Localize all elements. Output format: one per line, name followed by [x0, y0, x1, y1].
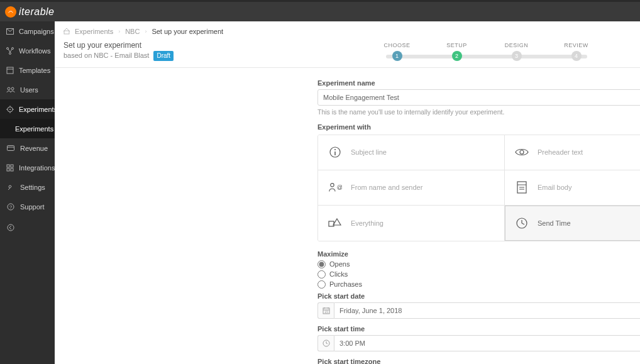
experiment-name-label: Experiment name [317, 79, 640, 87]
sidebar-item-experiments[interactable]: Experiments [0, 99, 55, 119]
brand-name: iterable [19, 6, 54, 18]
svg-point-7 [11, 87, 14, 90]
svg-rect-14 [8, 146, 14, 151]
clock-icon [515, 216, 529, 230]
cell-preheader[interactable]: Preheader text [505, 135, 640, 170]
nav-label: Revenue [20, 145, 48, 152]
start-time-label: Pick start time [317, 325, 640, 333]
grid-icon [6, 164, 14, 172]
calendar-icon[interactable]: 15 [317, 302, 334, 319]
cell-send-time[interactable]: Send Time [505, 206, 640, 241]
experiment-with-label: Experiment with [317, 123, 640, 131]
page-title: Set up your experiment [63, 40, 174, 51]
breadcrumb-experiments[interactable]: Experiments [75, 28, 113, 35]
status-badge: Draft [153, 51, 174, 61]
radio-purchases[interactable]: Purchases [317, 280, 640, 289]
svg-rect-23 [64, 31, 69, 34]
sidebar-item-collapse[interactable] [0, 218, 55, 237]
sidebar-item-templates[interactable]: Templates [0, 60, 55, 80]
nav-label: Integrations [19, 164, 55, 172]
sidebar-item-settings[interactable]: Settings [0, 177, 55, 197]
svg-point-3 [9, 52, 11, 54]
svg-rect-16 [7, 165, 9, 167]
help-icon: ? [6, 203, 15, 211]
experiment-name-input[interactable] [317, 89, 640, 106]
maximize-label: Maximize [317, 250, 640, 258]
sidebar-item-integrations[interactable]: Integrations [0, 158, 55, 177]
main-content: Experiments › NBC › Set up your experime… [55, 21, 640, 364]
users-icon [6, 87, 15, 93]
template-icon [6, 67, 14, 74]
nav-label: Experiments [19, 106, 57, 113]
svg-point-9 [9, 109, 11, 110]
cell-subject-line[interactable]: Subject line [318, 135, 505, 170]
svg-rect-37 [329, 221, 334, 226]
start-date-input[interactable] [334, 302, 640, 319]
cell-from-sender[interactable]: @ From name and sender [318, 170, 505, 206]
experiment-with-grid: Subject line Preheader text @ From name … [317, 135, 640, 241]
nav-label: Settings [20, 184, 45, 191]
svg-line-41 [522, 223, 524, 224]
svg-text:@: @ [337, 184, 342, 190]
info-icon [328, 145, 342, 159]
sidebar-item-users[interactable]: Users [0, 80, 55, 99]
envelope-icon [6, 28, 14, 35]
svg-line-49 [326, 343, 328, 344]
shapes-icon [328, 216, 342, 230]
nav-label: Users [20, 86, 38, 94]
svg-point-6 [8, 87, 10, 90]
topbar: iterable [0, 0, 640, 21]
svg-point-29 [334, 149, 336, 150]
logo-mark-icon [5, 6, 16, 18]
experiment-name-hint: This is the name you'll use to internall… [317, 108, 640, 116]
home-icon[interactable] [63, 28, 70, 35]
start-time-input[interactable] [334, 335, 640, 351]
flask-icon [6, 106, 14, 113]
page-campaign-name: NBC - Email Blast [94, 52, 149, 59]
nav-sub-label: Experiments [15, 125, 53, 133]
progress-stepper: CHOOSE 1 SETUP 2 DESIGN 3 REVIEW 4 [367, 42, 606, 61]
radio-clicks[interactable]: Clicks [317, 270, 640, 279]
cell-everything[interactable]: Everything [318, 206, 505, 241]
nav-label: Templates [19, 67, 50, 74]
svg-text:?: ? [9, 204, 13, 210]
document-icon [515, 180, 529, 194]
clock-addon-icon[interactable] [317, 335, 334, 351]
radio-opens[interactable]: Opens [317, 260, 640, 268]
brand-logo[interactable]: iterable [5, 6, 54, 18]
svg-rect-17 [11, 165, 13, 167]
page-title-block: Set up your experiment based on NBC - Em… [63, 40, 174, 61]
svg-rect-18 [7, 168, 9, 171]
nav-label: Support [20, 203, 45, 211]
chevron-right-icon: › [145, 28, 146, 35]
eye-icon [515, 145, 529, 159]
svg-marker-38 [333, 219, 341, 225]
breadcrumb-current: Set up your experiment [152, 28, 223, 35]
sidebar-item-revenue[interactable]: Revenue [0, 138, 55, 158]
sidebar-item-campaigns[interactable]: Campaigns [0, 21, 55, 41]
start-date-label: Pick start date [317, 292, 640, 300]
breadcrumb: Experiments › NBC › Set up your experime… [55, 21, 640, 38]
person-at-icon: @ [328, 180, 342, 194]
svg-text:15: 15 [324, 310, 328, 314]
sidebar: Campaigns Workflows Templates Users Expe… [0, 21, 55, 364]
stepper-track [386, 55, 587, 58]
svg-rect-19 [11, 168, 13, 171]
timezone-label: Pick start timezone [317, 358, 640, 364]
card-icon [6, 145, 15, 151]
nav-label: Workflows [19, 47, 51, 55]
chevron-right-icon: › [118, 28, 120, 35]
sidebar-sub-experiments[interactable]: Experiments [0, 119, 55, 138]
flow-icon [6, 47, 14, 55]
cell-email-body[interactable]: Email body [505, 170, 640, 206]
svg-point-30 [520, 150, 524, 154]
sidebar-item-support[interactable]: ? Support [0, 197, 55, 216]
svg-point-22 [8, 224, 14, 231]
svg-rect-4 [7, 67, 13, 74]
breadcrumb-nbc[interactable]: NBC [125, 28, 140, 35]
chevron-left-icon [6, 224, 15, 231]
sidebar-item-workflows[interactable]: Workflows [0, 41, 55, 60]
svg-point-31 [331, 184, 334, 187]
wrench-icon [6, 184, 15, 191]
nav-label: Campaigns [19, 28, 54, 35]
